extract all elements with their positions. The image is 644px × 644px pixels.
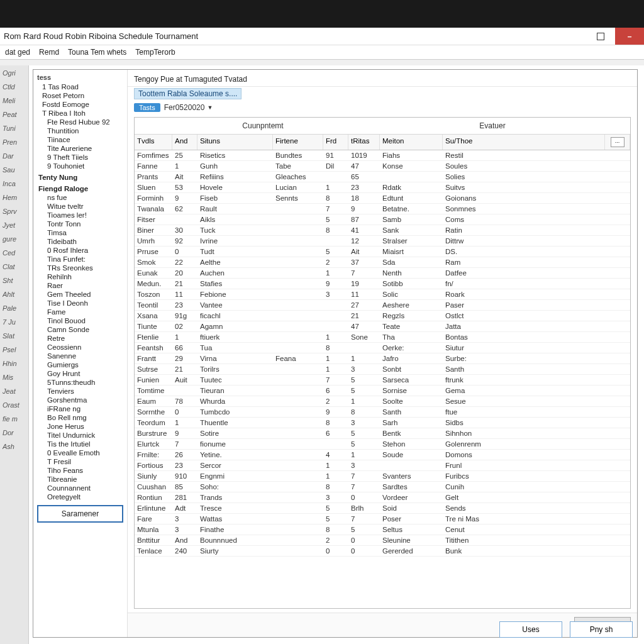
filter-dropdown[interactable]: Fer0520020 ▼ <box>164 103 213 112</box>
tree-item[interactable]: Timsa <box>37 228 123 237</box>
tree-item[interactable]: Tina Funfet: <box>37 255 123 264</box>
table-row[interactable]: Tenlace240Siurty00GererdedBunk <box>135 546 630 557</box>
table-row[interactable]: Sluen53HoveleLucian123RdatkSuitvs <box>135 182 630 193</box>
table-row[interactable]: Siunly910Engnmi17SvantersFuribcs <box>135 471 630 482</box>
tree-item[interactable]: T Ribea I Itoh <box>37 109 123 118</box>
tree-item[interactable]: 9 Touhoniet <box>37 162 123 170</box>
tree-item[interactable]: Jone Herus <box>37 422 123 431</box>
table-row[interactable]: Rontiun281Trands30VordeerGelt <box>135 492 630 503</box>
table-row[interactable]: Smok22Aelthe237SdaRam <box>135 257 630 268</box>
table-row[interactable]: Umrh92Ivrine12StralserDittrw <box>135 236 630 247</box>
table-row[interactable]: Forminh9FisebSennts818EdtuntGoionans <box>135 193 630 204</box>
table-row[interactable]: Medun.21Stafies919Sotibbfn/ <box>135 279 630 289</box>
tree-item[interactable]: Gorshentma <box>37 396 123 404</box>
table-row[interactable]: Fomfimes25RiseticsBundtes911019FiahsRest… <box>135 150 630 161</box>
tree-item[interactable]: Retre <box>37 334 123 343</box>
tree-item[interactable]: 0 Evealle Emoth <box>37 448 123 457</box>
tree-item[interactable]: Rehilnh <box>37 272 123 281</box>
tree-item[interactable]: Tiinace <box>37 135 123 144</box>
table-row[interactable]: BnttiturAndBounnnued20SleunineTitithen <box>135 535 630 546</box>
table-row[interactable]: Fortious23Sercor13Frunl <box>135 460 630 471</box>
tree-item[interactable]: 9 Theft Tiiels <box>37 153 123 162</box>
tree-item[interactable]: Witue tveltr <box>37 202 123 211</box>
col-header[interactable]: And <box>172 135 197 150</box>
table-row[interactable]: Mtunla3Finathe85SeltusCenut <box>135 525 630 535</box>
table-row[interactable]: Biner30Tuck841SankRatin <box>135 225 630 236</box>
tree-item[interactable]: ns fue <box>37 193 123 202</box>
filter-label[interactable]: Tasts <box>134 103 160 112</box>
table-row[interactable]: Eaum78Whurda21SoolteSesue <box>135 396 630 407</box>
tree-item[interactable]: Fostd Eomoge <box>37 100 123 109</box>
table-row[interactable]: Sorrnthe0Tumbcdo98Santhftue <box>135 407 630 418</box>
menu-item[interactable]: Remd <box>39 48 59 57</box>
table-row[interactable]: FitserAikls587SambComs <box>135 214 630 225</box>
tree-item[interactable]: Tideibath <box>37 237 123 246</box>
tree-item[interactable]: Tenty Nung <box>37 173 123 182</box>
table-row[interactable]: Eunak20Auchen17NenthDatfee <box>135 268 630 279</box>
menu-item[interactable]: Touna Tem whets <box>68 48 126 57</box>
schedule-link[interactable]: Toottem Rabla Soleaume s.... <box>134 88 242 99</box>
tree-item[interactable]: Tontr Tonn <box>37 219 123 228</box>
table-row[interactable]: PrantsAitRefiiinsGleaches65Solies <box>135 172 630 182</box>
col-header[interactable]: Frd <box>323 135 348 150</box>
tree-item[interactable]: 1 Tas Road <box>37 82 123 91</box>
tree-item[interactable]: Tinol Bouod <box>37 316 123 325</box>
col-header[interactable]: Situns <box>197 135 273 150</box>
tree-item[interactable]: Titel Undurnick <box>37 431 123 440</box>
tree-item[interactable]: Counnannent <box>37 484 123 492</box>
menu-item[interactable]: dat ged <box>5 48 30 57</box>
tree-item[interactable]: 0 Rosf Ihlera <box>37 246 123 255</box>
tree-item[interactable]: Roset Petorn <box>37 91 123 100</box>
tree-item[interactable]: Fiengd Raloge <box>37 184 123 193</box>
tree-item[interactable]: Ceossienn <box>37 343 123 352</box>
table-row[interactable]: Twanala62Rault79Betatne.Sonmnes <box>135 204 630 214</box>
tree-item[interactable]: Thuntition <box>37 126 123 135</box>
table-row[interactable]: Teontil23Vantee27AesherePaser <box>135 300 630 311</box>
menu-item[interactable]: TempTerorb <box>135 48 175 57</box>
col-header[interactable]: Firtene <box>273 135 323 150</box>
tree-item[interactable]: Tibreanie <box>37 475 123 484</box>
table-row[interactable]: Fanne1GunhTabeDil47KonseSoules <box>135 161 630 172</box>
table-row[interactable]: Burstrure9Sotire65BentkSihnhon <box>135 428 630 439</box>
tree-item[interactable]: Tiho Feans <box>37 466 123 475</box>
tree-item[interactable]: Gem Theeled <box>37 290 123 299</box>
table-row[interactable]: Cuushan85Soho:87SardtesCunih <box>135 482 630 492</box>
tree-item[interactable]: iFRane ng <box>37 404 123 413</box>
tree-item[interactable]: Camn Sonde <box>37 325 123 334</box>
tree-item[interactable]: 5Tunns:theudh <box>37 378 123 387</box>
table-row[interactable]: Frantt29VirnaFeana11JafroSurbe: <box>135 353 630 364</box>
cancel-button[interactable]: Pny sh <box>570 621 633 638</box>
col-header[interactable]: Meiton <box>380 135 443 150</box>
tree-item[interactable]: Tite Aureriene <box>37 144 123 153</box>
maximize-button[interactable] <box>586 28 615 45</box>
table-row[interactable]: Xsana91gficachl21RegzlsOstlct <box>135 311 630 321</box>
tree-item[interactable]: T Fresil <box>37 457 123 466</box>
table-row[interactable]: Fare3Wattas57PoserTre ni Mas <box>135 514 630 525</box>
tree-item[interactable]: Oretegyelt <box>37 492 123 501</box>
table-row[interactable]: Frnilte:26Yetine.41SoudeDomons <box>135 450 630 460</box>
table-row[interactable]: Tiunte02Agamn47TeateJatta <box>135 321 630 332</box>
table-row[interactable]: Sutrse21Torilrs13SonbtSanth <box>135 364 630 375</box>
close-button[interactable] <box>615 28 644 45</box>
tree-item[interactable]: Sanenne <box>37 352 123 360</box>
tree-item[interactable]: Tise I Deonh <box>37 299 123 308</box>
tree-item[interactable]: Tenviers <box>37 387 123 396</box>
col-header[interactable]: Su/Thoe <box>443 135 605 150</box>
table-row[interactable]: TomtimeTieuran65SorniseGema <box>135 386 630 396</box>
table-row[interactable]: Feantsh66Tua8Oerke:Siutur <box>135 343 630 353</box>
tree-item[interactable]: Fte Resd Hubue 92 <box>37 118 123 126</box>
tree-item[interactable]: Gumiergs <box>37 360 123 369</box>
table-row[interactable]: Prruse0Tudt5AitMiaisrtDS. <box>135 247 630 257</box>
more-columns-button[interactable]: ··· <box>611 137 625 147</box>
table-row[interactable]: Teordum1Thuentle83SarhSidbs <box>135 418 630 428</box>
tree-item[interactable]: Bo Rell nmg <box>37 413 123 422</box>
sidebar-action-button[interactable]: Saramener <box>37 505 123 523</box>
col-header[interactable]: Tvdls <box>135 135 172 150</box>
table-row[interactable]: Elurtck7fionume5StehonGolenrenm <box>135 439 630 450</box>
table-row[interactable]: ErlintuneAdtTresce5BrlhSoidSends <box>135 503 630 514</box>
tree-item[interactable]: Raer <box>37 281 123 290</box>
table-row[interactable]: Ftenlie1ftiuerk1SoneThaBontas <box>135 332 630 343</box>
ok-button[interactable]: Uses <box>499 621 562 638</box>
tree-item[interactable]: TRs Sreonkes <box>37 264 123 272</box>
tree-item[interactable]: Tis the Irtutiel <box>37 440 123 448</box>
